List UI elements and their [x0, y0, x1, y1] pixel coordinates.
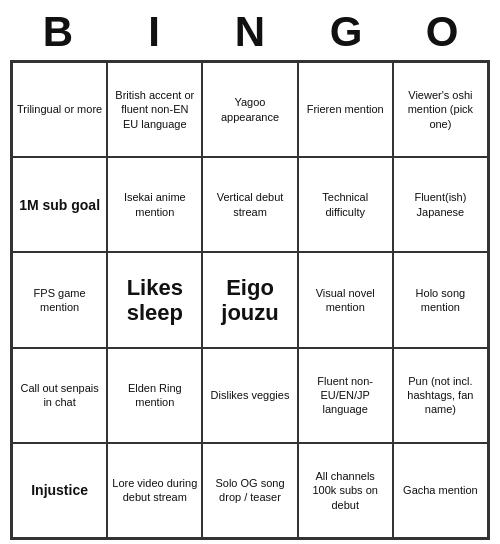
bingo-cell-3: Frieren mention: [298, 62, 393, 157]
bingo-cell-12: Eigo jouzu: [202, 252, 297, 347]
bingo-cell-19: Pun (not incl. hashtags, fan name): [393, 348, 488, 443]
bingo-cell-14: Holo song mention: [393, 252, 488, 347]
bingo-cell-16: Elden Ring mention: [107, 348, 202, 443]
bingo-cell-22: Solo OG song drop / teaser: [202, 443, 297, 538]
bingo-cell-23: All channels 100k subs on debut: [298, 443, 393, 538]
bingo-cell-18: Fluent non-EU/EN/JP language: [298, 348, 393, 443]
bingo-cell-0: Trilingual or more: [12, 62, 107, 157]
bingo-cell-13: Visual novel mention: [298, 252, 393, 347]
bingo-cell-10: FPS game mention: [12, 252, 107, 347]
bingo-cell-11: Likes sleep: [107, 252, 202, 347]
bingo-letter-i: I: [109, 8, 199, 56]
bingo-cell-1: British accent or fluent non-EN EU langu…: [107, 62, 202, 157]
bingo-header: BINGO: [10, 0, 490, 60]
bingo-cell-8: Technical difficulty: [298, 157, 393, 252]
bingo-letter-b: B: [13, 8, 103, 56]
bingo-cell-6: Isekai anime mention: [107, 157, 202, 252]
bingo-cell-24: Gacha mention: [393, 443, 488, 538]
bingo-cell-2: Yagoo appearance: [202, 62, 297, 157]
bingo-letter-o: O: [397, 8, 487, 56]
bingo-cell-15: Call out senpais in chat: [12, 348, 107, 443]
bingo-cell-7: Vertical debut stream: [202, 157, 297, 252]
bingo-cell-20: Injustice: [12, 443, 107, 538]
bingo-grid: Trilingual or moreBritish accent or flue…: [10, 60, 490, 540]
bingo-letter-g: G: [301, 8, 391, 56]
bingo-cell-9: Fluent(ish) Japanese: [393, 157, 488, 252]
bingo-cell-5: 1M sub goal: [12, 157, 107, 252]
bingo-cell-21: Lore video during debut stream: [107, 443, 202, 538]
bingo-letter-n: N: [205, 8, 295, 56]
bingo-cell-17: Dislikes veggies: [202, 348, 297, 443]
bingo-cell-4: Viewer's oshi mention (pick one): [393, 62, 488, 157]
